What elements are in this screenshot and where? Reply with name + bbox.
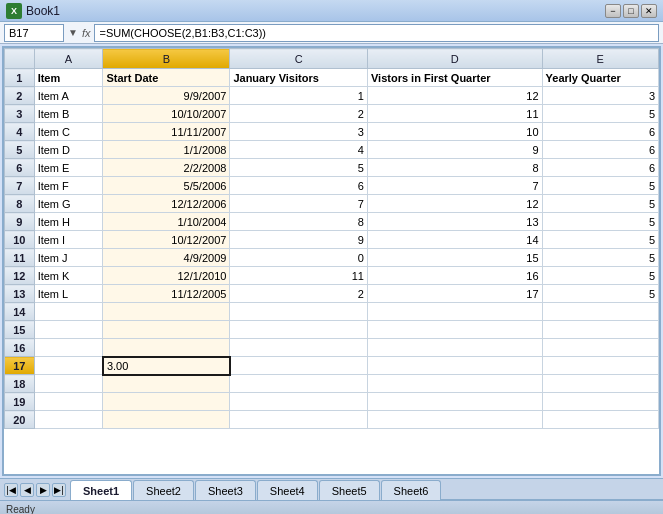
col-header-d[interactable]: D [367, 49, 542, 69]
row-header-14[interactable]: 14 [5, 303, 35, 321]
cell-e17[interactable] [542, 357, 658, 375]
row-header-3[interactable]: 3 [5, 105, 35, 123]
cell-a3[interactable]: Item B [34, 105, 103, 123]
cell-c7[interactable]: 6 [230, 177, 368, 195]
cell-a10[interactable]: Item I [34, 231, 103, 249]
cell-c11[interactable]: 0 [230, 249, 368, 267]
cell-c3[interactable]: 2 [230, 105, 368, 123]
close-button[interactable]: ✕ [641, 4, 657, 18]
tab-navigation[interactable]: |◀ ◀ ▶ ▶| [0, 479, 70, 500]
cell-d5[interactable]: 9 [367, 141, 542, 159]
row-header-4[interactable]: 4 [5, 123, 35, 141]
cell-c5[interactable]: 4 [230, 141, 368, 159]
cell-c19[interactable] [230, 393, 368, 411]
cell-a12[interactable]: Item K [34, 267, 103, 285]
cell-a7[interactable]: Item F [34, 177, 103, 195]
cell-d20[interactable] [367, 411, 542, 429]
row-header-1[interactable]: 1 [5, 69, 35, 87]
row-header-11[interactable]: 11 [5, 249, 35, 267]
cell-d2[interactable]: 12 [367, 87, 542, 105]
cell-c8[interactable]: 7 [230, 195, 368, 213]
cell-d13[interactable]: 17 [367, 285, 542, 303]
cell-e12[interactable]: 5 [542, 267, 658, 285]
cell-b16[interactable] [103, 339, 230, 357]
cell-e6[interactable]: 6 [542, 159, 658, 177]
cell-e1[interactable]: Yearly Quarter [542, 69, 658, 87]
cell-c1[interactable]: January Visitors [230, 69, 368, 87]
row-header-7[interactable]: 7 [5, 177, 35, 195]
row-header-10[interactable]: 10 [5, 231, 35, 249]
sheet-tab-sheet1[interactable]: Sheet1 [70, 480, 132, 500]
cell-c14[interactable] [230, 303, 368, 321]
cell-e3[interactable]: 5 [542, 105, 658, 123]
name-box[interactable]: B17 [4, 24, 64, 42]
cell-b9[interactable]: 1/10/2004 [103, 213, 230, 231]
sheet-tab-sheet6[interactable]: Sheet6 [381, 480, 442, 500]
cell-c15[interactable] [230, 321, 368, 339]
cell-b1[interactable]: Start Date [103, 69, 230, 87]
cell-a4[interactable]: Item C [34, 123, 103, 141]
formula-input[interactable] [94, 24, 659, 42]
tab-prev-btn[interactable]: ◀ [20, 483, 34, 497]
cell-a13[interactable]: Item L [34, 285, 103, 303]
cell-b3[interactable]: 10/10/2007 [103, 105, 230, 123]
cell-d11[interactable]: 15 [367, 249, 542, 267]
cell-c18[interactable] [230, 375, 368, 393]
cell-b14[interactable] [103, 303, 230, 321]
cell-a6[interactable]: Item E [34, 159, 103, 177]
cell-c10[interactable]: 9 [230, 231, 368, 249]
cell-a20[interactable] [34, 411, 103, 429]
cell-d19[interactable] [367, 393, 542, 411]
cell-e13[interactable]: 5 [542, 285, 658, 303]
col-header-b[interactable]: B [103, 49, 230, 69]
cell-c2[interactable]: 1 [230, 87, 368, 105]
col-header-e[interactable]: E [542, 49, 658, 69]
cell-d18[interactable] [367, 375, 542, 393]
row-header-9[interactable]: 9 [5, 213, 35, 231]
sheet-tab-sheet5[interactable]: Sheet5 [319, 480, 380, 500]
row-header-16[interactable]: 16 [5, 339, 35, 357]
cell-d3[interactable]: 11 [367, 105, 542, 123]
cell-a17[interactable] [34, 357, 103, 375]
cell-e9[interactable]: 5 [542, 213, 658, 231]
cell-d17[interactable] [367, 357, 542, 375]
cell-d8[interactable]: 12 [367, 195, 542, 213]
cell-a1[interactable]: Item [34, 69, 103, 87]
row-header-15[interactable]: 15 [5, 321, 35, 339]
cell-b4[interactable]: 11/11/2007 [103, 123, 230, 141]
cell-a15[interactable] [34, 321, 103, 339]
cell-b5[interactable]: 1/1/2008 [103, 141, 230, 159]
row-header-17[interactable]: 17 [5, 357, 35, 375]
row-header-8[interactable]: 8 [5, 195, 35, 213]
cell-c20[interactable] [230, 411, 368, 429]
cell-b19[interactable] [103, 393, 230, 411]
col-header-c[interactable]: C [230, 49, 368, 69]
cell-b20[interactable] [103, 411, 230, 429]
cell-e4[interactable]: 6 [542, 123, 658, 141]
sheet-tab-sheet2[interactable]: Sheet2 [133, 480, 194, 500]
cell-c6[interactable]: 5 [230, 159, 368, 177]
cell-b15[interactable] [103, 321, 230, 339]
minimize-button[interactable]: − [605, 4, 621, 18]
cell-a2[interactable]: Item A [34, 87, 103, 105]
cell-a14[interactable] [34, 303, 103, 321]
cell-b2[interactable]: 9/9/2007 [103, 87, 230, 105]
window-controls[interactable]: − □ ✕ [605, 4, 657, 18]
sheet-tab-sheet3[interactable]: Sheet3 [195, 480, 256, 500]
cell-a11[interactable]: Item J [34, 249, 103, 267]
cell-d7[interactable]: 7 [367, 177, 542, 195]
cell-e20[interactable] [542, 411, 658, 429]
row-header-13[interactable]: 13 [5, 285, 35, 303]
cell-e10[interactable]: 5 [542, 231, 658, 249]
tab-last-btn[interactable]: ▶| [52, 483, 66, 497]
cell-e14[interactable] [542, 303, 658, 321]
cell-b12[interactable]: 12/1/2010 [103, 267, 230, 285]
cell-e2[interactable]: 3 [542, 87, 658, 105]
cell-d14[interactable] [367, 303, 542, 321]
tab-next-btn[interactable]: ▶ [36, 483, 50, 497]
cell-d6[interactable]: 8 [367, 159, 542, 177]
cell-a8[interactable]: Item G [34, 195, 103, 213]
cell-e7[interactable]: 5 [542, 177, 658, 195]
cell-a5[interactable]: Item D [34, 141, 103, 159]
cell-a9[interactable]: Item H [34, 213, 103, 231]
